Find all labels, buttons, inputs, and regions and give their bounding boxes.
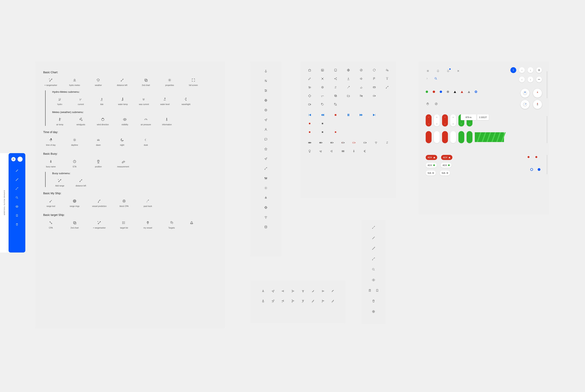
chip-na-2[interactable]: N/A <box>440 170 450 176</box>
icon-block-cpa[interactable]: block CPA <box>116 198 132 208</box>
icon-distance-left[interactable]: distance left <box>114 77 130 86</box>
icon-time-of-day[interactable]: time of day <box>43 137 58 146</box>
icon-weather[interactable]: weather <box>91 77 106 86</box>
database-icon[interactable] <box>264 225 268 229</box>
toggle-red-c[interactable] <box>426 131 432 143</box>
icon-night[interactable]: night <box>114 137 130 146</box>
target-circle-icon[interactable] <box>264 108 268 112</box>
bell-dot-icon[interactable] <box>446 69 450 73</box>
icon-target-list[interactable]: target list <box>116 220 132 229</box>
icon-information[interactable]: information <box>159 117 174 126</box>
anchor-icon[interactable] <box>264 69 268 73</box>
line-nodes-2-icon[interactable] <box>15 178 18 182</box>
crosshair-icon[interactable] <box>308 94 312 98</box>
line-nodes-icon[interactable] <box>372 236 375 240</box>
toggle-red-a[interactable]: ‹› <box>426 114 432 126</box>
line-curve-icon[interactable] <box>15 187 18 190</box>
nav-next-button[interactable]: › <box>528 67 533 73</box>
cursor-up-w-icon[interactable] <box>261 299 265 303</box>
bookmark-pin-icon[interactable] <box>368 288 372 292</box>
camera-off-icon[interactable] <box>359 94 363 98</box>
compass-dial-c[interactable] <box>521 100 530 109</box>
user-icon[interactable] <box>264 128 268 132</box>
tune-icon[interactable] <box>264 176 268 180</box>
toggle-white-b[interactable]: ‹› <box>450 114 456 126</box>
icon-ship-outline[interactable] <box>188 220 195 226</box>
line-edit-icon[interactable] <box>372 226 375 229</box>
upload-icon[interactable] <box>385 77 389 81</box>
label-icon[interactable] <box>308 102 312 106</box>
close-circle-icon[interactable] <box>17 157 22 162</box>
sliders-a-icon[interactable] <box>264 79 268 83</box>
scroll-thumb-1[interactable] <box>547 71 548 98</box>
folder-icon[interactable] <box>346 94 350 98</box>
icon-position[interactable]: position <box>91 159 106 168</box>
globe-2-icon[interactable] <box>346 68 350 72</box>
toggle-green-d[interactable] <box>467 131 473 143</box>
globe-icon[interactable] <box>264 98 268 102</box>
line-nodes-icon[interactable] <box>15 169 18 172</box>
toggle-red-b[interactable]: ‹› <box>442 114 448 126</box>
sound-icon[interactable] <box>330 149 334 153</box>
cursor-right-icon[interactable] <box>281 289 285 293</box>
icon-air-temp[interactable]: air temp <box>52 117 67 126</box>
icon-rangemarker-2[interactable]: + rangemarker <box>91 220 108 229</box>
compass-mini-2-icon[interactable] <box>434 102 438 106</box>
download-icon[interactable] <box>346 77 350 81</box>
toggle-white-c[interactable] <box>434 131 440 143</box>
rings-2-icon[interactable] <box>321 85 324 89</box>
scroll-thumb-3[interactable] <box>547 155 548 174</box>
icon-daytime[interactable]: daytime <box>67 137 82 146</box>
cursor-send-w-icon[interactable] <box>271 299 275 303</box>
icon-water-level[interactable]: water level <box>157 96 172 106</box>
card-stack-icon[interactable] <box>334 94 338 98</box>
search-icon[interactable] <box>15 196 18 200</box>
berry-icon[interactable] <box>264 196 268 200</box>
forward-icon[interactable] <box>359 113 363 117</box>
route-2-icon[interactable] <box>385 85 389 89</box>
compass-rose-icon[interactable] <box>264 206 268 210</box>
skip-fwd-icon[interactable] <box>372 113 376 117</box>
rewind-icon[interactable] <box>321 113 324 117</box>
nav-next-2-button[interactable]: › <box>528 76 533 82</box>
chip-adx-white-1[interactable]: ADX <box>426 163 437 168</box>
transfer-icon[interactable] <box>334 85 338 89</box>
toggle-white-d[interactable] <box>450 131 456 143</box>
nav-prev-2-button[interactable]: ‹ <box>519 76 525 82</box>
zoom-out-button[interactable]: − <box>536 76 542 82</box>
pause-icon[interactable] <box>346 113 350 117</box>
video-icon[interactable] <box>372 94 376 98</box>
icon-fullscreen[interactable]: full screen <box>186 77 201 86</box>
icon-second-chart[interactable]: 2nd chart <box>138 77 153 86</box>
compass-dial-d[interactable] <box>533 100 542 109</box>
form-icon[interactable] <box>321 68 324 72</box>
icon-air-pressure[interactable]: air pressure <box>138 117 153 126</box>
castle-icon[interactable] <box>308 68 312 72</box>
compass-mini-icon[interactable] <box>426 102 430 106</box>
chip-adx-white-2[interactable]: ADX <box>441 163 452 168</box>
settings-gear-icon[interactable] <box>11 157 15 161</box>
bookmark-icon[interactable] <box>375 288 379 292</box>
icon-waveheight[interactable]: wavehight <box>178 96 194 106</box>
icon-past-track[interactable]: past track <box>140 198 155 208</box>
pencil-icon[interactable] <box>308 77 312 81</box>
icon-dawn[interactable]: dawn <box>91 137 106 146</box>
icon-windgusts[interactable]: windgusts <box>73 117 88 126</box>
scroll-thumb-2[interactable] <box>547 116 548 143</box>
tag-strike-icon[interactable] <box>334 102 338 106</box>
tag-2-icon[interactable] <box>321 102 324 106</box>
card-icon[interactable] <box>372 85 376 89</box>
wifi-icon[interactable] <box>264 215 268 219</box>
cursor-send-icon[interactable] <box>271 289 275 293</box>
location-arrow-icon[interactable] <box>264 157 268 161</box>
search-icon-2[interactable] <box>434 77 437 80</box>
trash-icon[interactable] <box>15 223 18 226</box>
bell-icon[interactable] <box>436 69 440 73</box>
icon-current[interactable]: current <box>73 96 88 106</box>
route-icon[interactable] <box>264 166 268 170</box>
icon-add-range[interactable]: Add range <box>52 178 67 187</box>
cursor-ll-w-icon[interactable] <box>311 299 315 303</box>
counter-badge[interactable]: 1 <box>511 67 516 73</box>
icon-tide[interactable]: tide <box>94 96 109 106</box>
icon-targets[interactable]: Targets <box>164 220 179 229</box>
